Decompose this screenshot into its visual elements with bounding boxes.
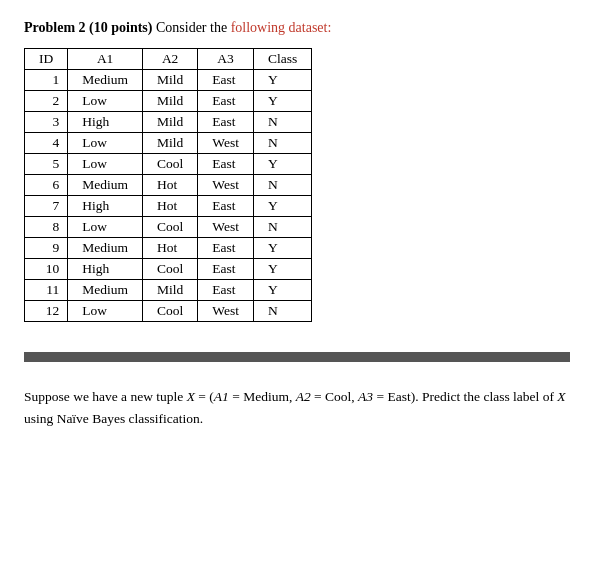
problem-number: Problem 2 (10 points) [24,20,152,35]
problem-description: Consider the following dataset: [156,20,331,35]
cell-1-1: Low [68,91,143,112]
cell-3-0: 4 [25,133,68,154]
footer-text-before: Suppose we have a new tuple X = (A1 = Me… [24,389,566,426]
table-row: 2LowMildEastY [25,91,312,112]
cell-6-0: 7 [25,196,68,217]
cell-0-4: Y [253,70,311,91]
cell-7-4: N [253,217,311,238]
cell-5-2: Hot [143,175,198,196]
cell-4-4: Y [253,154,311,175]
cell-9-1: High [68,259,143,280]
col-header-id: ID [25,49,68,70]
cell-11-3: West [198,301,254,322]
cell-3-2: Mild [143,133,198,154]
cell-5-4: N [253,175,311,196]
cell-5-1: Medium [68,175,143,196]
table-row: 6MediumHotWestN [25,175,312,196]
cell-2-0: 3 [25,112,68,133]
table-header-row: ID A1 A2 A3 Class [25,49,312,70]
table-row: 1MediumMildEastY [25,70,312,91]
table-row: 10HighCoolEastY [25,259,312,280]
cell-4-3: East [198,154,254,175]
cell-2-4: N [253,112,311,133]
table-row: 12LowCoolWestN [25,301,312,322]
section-divider [24,352,570,362]
cell-4-1: Low [68,154,143,175]
cell-1-2: Mild [143,91,198,112]
cell-0-3: East [198,70,254,91]
table-row: 8LowCoolWestN [25,217,312,238]
cell-11-2: Cool [143,301,198,322]
cell-8-3: East [198,238,254,259]
cell-1-0: 2 [25,91,68,112]
cell-5-3: West [198,175,254,196]
cell-10-3: East [198,280,254,301]
col-header-a1: A1 [68,49,143,70]
cell-2-1: High [68,112,143,133]
cell-6-1: High [68,196,143,217]
col-header-class: Class [253,49,311,70]
cell-9-4: Y [253,259,311,280]
table-row: 4LowMildWestN [25,133,312,154]
col-header-a2: A2 [143,49,198,70]
table-row: 11MediumMildEastY [25,280,312,301]
cell-8-4: Y [253,238,311,259]
cell-1-4: Y [253,91,311,112]
cell-3-3: West [198,133,254,154]
cell-11-0: 12 [25,301,68,322]
cell-6-4: Y [253,196,311,217]
footer-paragraph: Suppose we have a new tuple X = (A1 = Me… [24,386,570,429]
table-row: 9MediumHotEastY [25,238,312,259]
cell-7-1: Low [68,217,143,238]
cell-7-3: West [198,217,254,238]
cell-11-4: N [253,301,311,322]
col-header-a3: A3 [198,49,254,70]
cell-10-2: Mild [143,280,198,301]
table-row: 7HighHotEastY [25,196,312,217]
cell-2-2: Mild [143,112,198,133]
cell-11-1: Low [68,301,143,322]
cell-2-3: East [198,112,254,133]
cell-4-0: 5 [25,154,68,175]
table-row: 5LowCoolEastY [25,154,312,175]
cell-8-0: 9 [25,238,68,259]
cell-9-2: Cool [143,259,198,280]
cell-8-1: Medium [68,238,143,259]
cell-6-3: East [198,196,254,217]
cell-9-0: 10 [25,259,68,280]
dataset-table: ID A1 A2 A3 Class 1MediumMildEastY2LowMi… [24,48,312,322]
cell-6-2: Hot [143,196,198,217]
cell-10-1: Medium [68,280,143,301]
cell-7-2: Cool [143,217,198,238]
cell-0-2: Mild [143,70,198,91]
cell-10-0: 11 [25,280,68,301]
table-row: 3HighMildEastN [25,112,312,133]
problem-title: Problem 2 (10 points) Consider the follo… [24,20,570,36]
cell-8-2: Hot [143,238,198,259]
cell-0-1: Medium [68,70,143,91]
cell-10-4: Y [253,280,311,301]
cell-3-4: N [253,133,311,154]
cell-7-0: 8 [25,217,68,238]
cell-5-0: 6 [25,175,68,196]
cell-4-2: Cool [143,154,198,175]
cell-3-1: Low [68,133,143,154]
cell-1-3: East [198,91,254,112]
cell-9-3: East [198,259,254,280]
cell-0-0: 1 [25,70,68,91]
